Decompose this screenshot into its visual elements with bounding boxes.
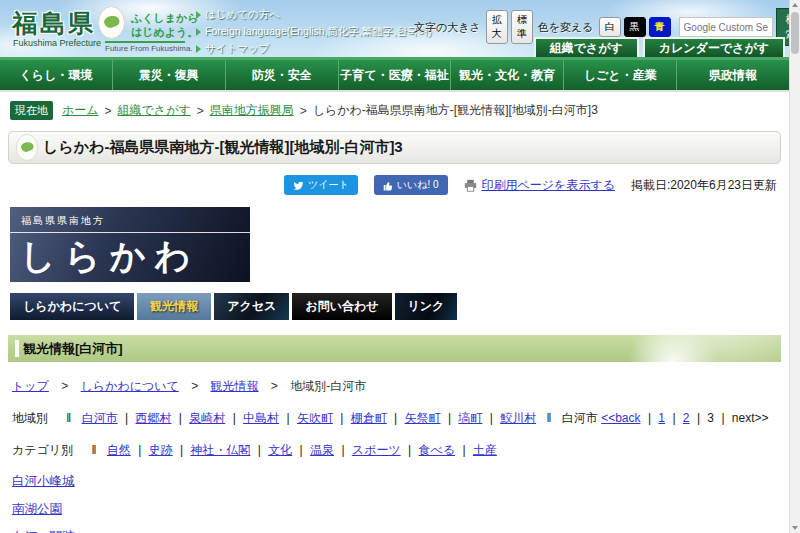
tab-about-shirakawa[interactable]: しらかわについて bbox=[10, 293, 134, 320]
sub-breadcrumb-about-link[interactable]: しらかわについて bbox=[81, 379, 179, 393]
region-link-nishigo[interactable]: 西郷村 bbox=[135, 411, 171, 425]
breadcrumb-current: しらかわ-福島県県南地方-[観光情報][地域別-白河市]3 bbox=[313, 102, 598, 119]
banner-region-label: 福島県県南地方 bbox=[10, 207, 250, 233]
color-change-label: 色を変える bbox=[538, 20, 594, 35]
font-size-label: 文字の大きさ bbox=[414, 20, 481, 35]
site-header: 福島県 Fukushima Prefecture ふくしまから はじめよう。 F… bbox=[0, 0, 789, 57]
nav-item-disaster-recovery[interactable]: 震災・復興 bbox=[113, 60, 226, 90]
site-tab-nav: しらかわについて 観光情報 アクセス お問い合わせ リンク bbox=[10, 293, 789, 320]
browser-viewport: 福島県 Fukushima Prefecture ふくしまから はじめよう。 F… bbox=[0, 0, 800, 533]
site-logo-subtext: Fukushima Prefecture bbox=[13, 38, 101, 48]
triangle-bullet-icon bbox=[196, 11, 201, 19]
current-region-label: 白河市 bbox=[562, 411, 598, 425]
category-link-souvenir[interactable]: 土産 bbox=[473, 443, 497, 457]
facebook-like-button[interactable]: いいね! 0 bbox=[374, 175, 448, 195]
region-link-shirakawa[interactable]: 白河市 bbox=[82, 411, 118, 425]
region-link-hanawa[interactable]: 塙町 bbox=[458, 411, 482, 425]
sub-breadcrumb: トップ > しらかわについて > 観光情報 > 地域別-白河市 bbox=[12, 378, 789, 395]
font-standard-button[interactable]: 標準 bbox=[511, 10, 533, 44]
spot-link-komine-castle[interactable]: 白河小峰城 bbox=[12, 474, 75, 489]
banner-title: しらかわ bbox=[20, 234, 250, 278]
sub-breadcrumb-kanko-link[interactable]: 観光情報 bbox=[211, 379, 259, 393]
header-link-sitemap[interactable]: サイトマップ bbox=[196, 42, 431, 56]
thumbs-up-icon bbox=[383, 180, 393, 191]
color-black-button[interactable]: 黒 bbox=[624, 17, 646, 37]
search-by-organization-button[interactable]: 組織でさがす bbox=[534, 37, 639, 57]
section-heading: 観光情報[白河市] bbox=[8, 335, 781, 362]
breadcrumb-org-link[interactable]: 組織でさがす bbox=[118, 102, 191, 119]
header-link-foreign-language[interactable]: Foreign language(English,简化字,繁體字,한국어) bbox=[196, 25, 431, 39]
global-nav: くらし・環境 震災・復興 防災・安全 子育て・医療・福祉 観光・文化・教育 しご… bbox=[0, 57, 789, 92]
category-link-food[interactable]: 食べる bbox=[419, 443, 456, 457]
nav-item-living-environment[interactable]: くらし・環境 bbox=[0, 60, 113, 90]
tab-links[interactable]: リンク bbox=[395, 293, 458, 320]
region-filter-label: 地域別 bbox=[12, 411, 48, 425]
spot-link-list: 白河小峰城 南湖公園 白河の関跡 白河だるま市 bbox=[12, 474, 789, 533]
nav-item-safety[interactable]: 防災・安全 bbox=[226, 60, 339, 90]
category-link-historic[interactable]: 史跡 bbox=[149, 443, 173, 457]
triangle-bullet-icon bbox=[196, 45, 201, 53]
current-location-badge: 現在地 bbox=[10, 101, 53, 120]
region-filter-row: 地域別 ‖ 白河市 | 西郷村 | 泉崎村 | 中島村 | 矢吹町 | 棚倉町 … bbox=[12, 410, 789, 427]
logo-tagline: Future From Fukushima. bbox=[105, 44, 193, 53]
spot-link-nanko-park[interactable]: 南湖公園 bbox=[12, 502, 62, 517]
nav-item-tourism-culture[interactable]: 観光・文化・教育 bbox=[451, 60, 564, 90]
font-enlarge-button[interactable]: 拡大 bbox=[486, 10, 508, 44]
triangle-bullet-icon bbox=[196, 28, 201, 36]
google-custom-search-input[interactable] bbox=[679, 17, 773, 37]
tab-tourism-info-active[interactable]: 観光情報 bbox=[137, 293, 211, 320]
breadcrumb-home-link[interactable]: ホーム bbox=[62, 102, 99, 119]
scrollbar-up-arrow-icon[interactable] bbox=[790, 0, 800, 10]
pagination-page-1-link[interactable]: 1 bbox=[658, 411, 665, 425]
publish-date: 掲載日:2020年6月23日更新 bbox=[631, 177, 777, 194]
pagination-back-link[interactable]: <<back bbox=[601, 411, 640, 425]
nav-item-prefecture-info[interactable]: 県政情報 bbox=[677, 60, 789, 90]
social-meta-row: ツイート いいね! 0 印刷用ページを表示する 掲載日:2020年6月23日更新 bbox=[0, 175, 777, 195]
scrollbar-thumb[interactable] bbox=[791, 12, 799, 54]
category-link-shrines-temples[interactable]: 神社・仏閣 bbox=[190, 443, 250, 457]
page-title-box: しらかわ-福島県県南地方-[観光情報][地域別-白河市]3 bbox=[8, 131, 781, 164]
pagination-page-2-link[interactable]: 2 bbox=[683, 411, 690, 425]
prefecture-egg-logo-icon bbox=[98, 6, 125, 39]
site-logo-text[interactable]: 福島県 bbox=[12, 7, 96, 40]
tweet-button[interactable]: ツイート bbox=[284, 175, 358, 195]
logo-slogan: ふくしまから はじめよう。 bbox=[131, 11, 199, 39]
pagination-next-disabled: next>> bbox=[732, 411, 769, 425]
prefecture-egg-logo-icon bbox=[16, 134, 38, 161]
region-link-izumizaki[interactable]: 泉崎村 bbox=[189, 411, 225, 425]
region-link-tanagura[interactable]: 棚倉町 bbox=[351, 411, 387, 425]
printer-icon bbox=[464, 179, 477, 192]
category-link-sports[interactable]: スポーツ bbox=[352, 443, 401, 457]
category-link-nature[interactable]: 自然 bbox=[107, 443, 131, 457]
page-title: しらかわ-福島県県南地方-[観光情報][地域別-白河市]3 bbox=[43, 138, 403, 157]
category-filter-label: カテゴリ別 bbox=[12, 443, 73, 457]
region-link-yamatsuri[interactable]: 矢祭町 bbox=[405, 411, 441, 425]
twitter-bird-icon bbox=[293, 180, 304, 191]
pagination-current-page: 3 bbox=[707, 411, 714, 425]
category-link-culture[interactable]: 文化 bbox=[268, 443, 292, 457]
page-root: 福島県 Fukushima Prefecture ふくしまから はじめよう。 F… bbox=[0, 0, 789, 533]
category-link-onsen[interactable]: 温泉 bbox=[310, 443, 334, 457]
color-white-button[interactable]: 白 bbox=[599, 17, 621, 37]
nav-item-childcare-medical[interactable]: 子育て・医療・福祉 bbox=[339, 60, 452, 90]
vertical-scrollbar[interactable] bbox=[789, 0, 800, 533]
color-blue-button[interactable]: 青 bbox=[649, 17, 671, 37]
shirakawa-banner: 福島県県南地方 しらかわ bbox=[10, 207, 250, 282]
header-utility-links: はじめての方へ Foreign language(English,简化字,繁體字… bbox=[196, 8, 431, 59]
region-link-nakajima[interactable]: 中島村 bbox=[243, 411, 279, 425]
scrollbar-down-arrow-icon[interactable] bbox=[790, 523, 800, 533]
tab-contact[interactable]: お問い合わせ bbox=[292, 293, 391, 320]
tab-access[interactable]: アクセス bbox=[214, 293, 289, 320]
search-by-calendar-button[interactable]: カレンダーでさがす bbox=[643, 37, 785, 57]
category-filter-row: カテゴリ別 ‖ 自然 | 史跡 | 神社・仏閣 | 文化 | 温泉 | スポーツ… bbox=[12, 442, 789, 459]
sub-breadcrumb-current: 地域別-白河市 bbox=[290, 379, 366, 393]
breadcrumb-bureau-link[interactable]: 県南地方振興局 bbox=[210, 102, 294, 119]
sub-breadcrumb-top-link[interactable]: トップ bbox=[12, 379, 49, 393]
header-link-beginners[interactable]: はじめての方へ bbox=[196, 8, 431, 22]
region-link-yabuki[interactable]: 矢吹町 bbox=[297, 411, 333, 425]
header-quick-buttons: 組織でさがす カレンダーでさがす bbox=[534, 37, 785, 57]
region-link-samegawa[interactable]: 鮫川村 bbox=[500, 411, 536, 425]
breadcrumb: 現在地 ホーム > 組織でさがす > 県南地方振興局 > しらかわ-福島県県南地… bbox=[10, 101, 789, 120]
nav-item-work-industry[interactable]: しごと・産業 bbox=[564, 60, 677, 90]
print-page-link[interactable]: 印刷用ページを表示する bbox=[464, 177, 615, 194]
